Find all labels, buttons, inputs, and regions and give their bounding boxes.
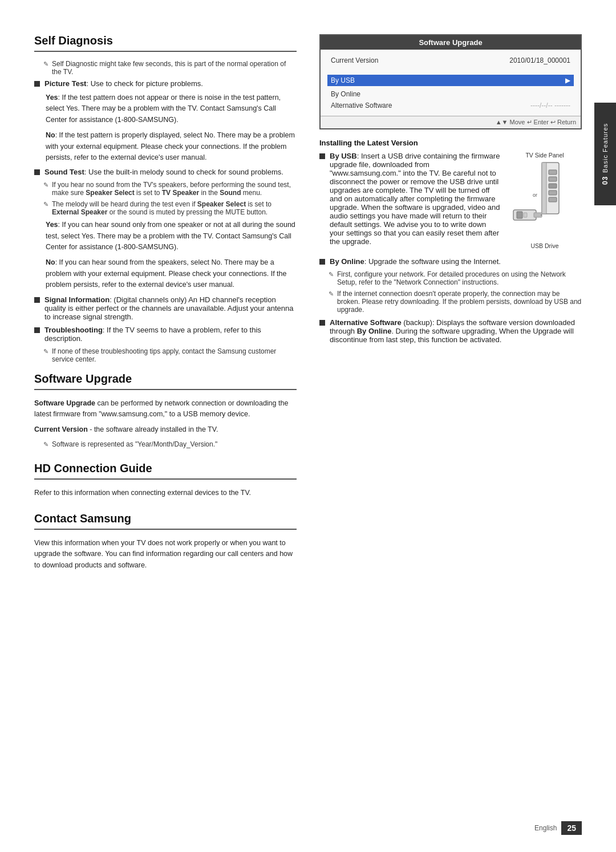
software-upgrade-box: Software Upgrade Current Version 2010/01… bbox=[319, 34, 582, 129]
svg-rect-1 bbox=[542, 163, 546, 214]
online-sub1: ✎ First, configure your network. For det… bbox=[329, 270, 582, 286]
sound-sub2: ✎ The melody will be heard during the te… bbox=[43, 200, 297, 216]
by-online-bullet: By Online: Upgrade the software using th… bbox=[319, 257, 582, 266]
sw-current-version-row: Current Version 2010/01/18_000001 bbox=[327, 54, 574, 67]
online-sub2: ✎ If the internet connection doesn't ope… bbox=[329, 290, 582, 314]
software-upgrade-left: Software Upgrade Software Upgrade can be… bbox=[34, 372, 297, 448]
software-upgrade-intro: Software Upgrade can be performed by net… bbox=[34, 398, 297, 420]
troubleshooting-item: Troubleshooting: If the TV seems to have… bbox=[34, 326, 297, 343]
svg-rect-6 bbox=[549, 197, 557, 202]
sw-box-body: Current Version 2010/01/18_000001 By USB… bbox=[321, 50, 581, 116]
picture-test-no: No: If the test pattern is properly disp… bbox=[46, 130, 297, 163]
bullet-square-trouble bbox=[34, 327, 40, 333]
pencil-icon-sound2: ✎ bbox=[43, 201, 48, 216]
sw-alt-software-row[interactable]: Alternative Software ----/--/-- ------- bbox=[327, 100, 574, 111]
contact-samsung-section: Contact Samsung View this information wh… bbox=[34, 512, 297, 571]
bullet-square-alt bbox=[319, 320, 325, 326]
sound-sub1-text: If you hear no sound from the TV's speak… bbox=[52, 181, 297, 197]
svg-rect-4 bbox=[549, 184, 557, 188]
svg-rect-3 bbox=[549, 177, 557, 181]
by-online-text: By Online: Upgrade the software using th… bbox=[330, 257, 582, 266]
picture-test-text: Picture Test: Use to check for picture p… bbox=[44, 79, 297, 88]
sw-current-key: Current Version bbox=[331, 56, 378, 64]
left-column: Self Diagnosis ✎ Self Diagnostic might t… bbox=[34, 34, 297, 575]
software-upgrade-title-left: Software Upgrade bbox=[34, 372, 297, 390]
sound-test-no: No: If you can hear sound from the speak… bbox=[46, 257, 297, 290]
sw-by-online-row[interactable]: By Online bbox=[327, 88, 574, 100]
page-container: 03 Basic Features Self Diagnosis ✎ Self … bbox=[0, 0, 616, 852]
sw-current-value: 2010/01/18_000001 bbox=[509, 56, 570, 64]
sound-sub1: ✎ If you hear no sound from the TV's spe… bbox=[43, 181, 297, 197]
chapter-label: Basic Features bbox=[602, 123, 609, 173]
picture-test-yes: Yes: If the test pattern does not appear… bbox=[46, 92, 297, 125]
by-usb-bullet: By USB: Insert a USB drive containing th… bbox=[319, 152, 502, 246]
svg-rect-11 bbox=[524, 213, 527, 217]
pencil-icon-trouble: ✎ bbox=[43, 348, 48, 363]
installing-title: Installing the Latest Version bbox=[319, 139, 582, 147]
self-diagnosis-section: Self Diagnosis ✎ Self Diagnostic might t… bbox=[34, 34, 297, 363]
page-footer: English 25 bbox=[534, 821, 582, 835]
sound-sub2-text: The melody will be heard during the test… bbox=[52, 200, 297, 216]
by-usb-section: TV Side Panel bbox=[319, 152, 582, 253]
sound-test-text: Sound Test: Use the built-in melody soun… bbox=[44, 168, 297, 176]
sw-alt-software-label: Alternative Software bbox=[331, 102, 392, 109]
pencil-icon-online1: ✎ bbox=[329, 271, 334, 286]
sw-alt-software-value: ----/--/-- ------- bbox=[530, 102, 570, 109]
tv-side-panel-label: TV Side Panel bbox=[508, 152, 582, 159]
software-note-text: Software is represented as "Year/Month/D… bbox=[52, 440, 297, 448]
by-usb-text: By USB: Insert a USB drive containing th… bbox=[330, 152, 502, 246]
chapter-number: 03 bbox=[601, 176, 609, 185]
bullet-square-online bbox=[319, 259, 325, 265]
bullet-square-signal bbox=[34, 297, 40, 303]
tv-panel-svg: or bbox=[508, 160, 576, 240]
bullet-square-usb bbox=[319, 153, 325, 159]
bullet-square-sound bbox=[34, 169, 40, 175]
svg-rect-9 bbox=[534, 213, 542, 217]
current-version-note: Current Version - the software already i… bbox=[34, 424, 297, 435]
svg-text:or: or bbox=[533, 192, 537, 198]
online-sub2-text: If the internet connection doesn't opera… bbox=[337, 290, 582, 314]
pencil-icon-online2: ✎ bbox=[329, 290, 334, 314]
picture-test-item: Picture Test: Use to check for picture p… bbox=[34, 79, 297, 88]
self-diagnosis-title: Self Diagnosis bbox=[34, 34, 297, 52]
picture-test-label: Picture Test: Use to check for picture p… bbox=[44, 79, 203, 88]
pencil-icon-intro: ✎ bbox=[43, 60, 48, 76]
bullet-square-picture bbox=[34, 81, 40, 87]
hd-connection-text: Refer to this information when connectin… bbox=[34, 488, 297, 498]
page-number: 25 bbox=[561, 821, 582, 835]
svg-rect-5 bbox=[549, 190, 557, 195]
right-column: Software Upgrade Current Version 2010/01… bbox=[319, 34, 582, 575]
self-diagnosis-intro-item: ✎ Self Diagnostic might take few seconds… bbox=[43, 60, 297, 76]
svg-rect-2 bbox=[549, 170, 557, 175]
sw-by-usb-arrow: ▶ bbox=[565, 76, 570, 84]
pencil-icon-sound1: ✎ bbox=[43, 181, 48, 197]
sw-by-usb-row[interactable]: By USB ▶ bbox=[327, 75, 574, 86]
svg-rect-10 bbox=[517, 212, 522, 218]
contact-samsung-title: Contact Samsung bbox=[34, 512, 297, 530]
sw-box-header: Software Upgrade bbox=[321, 35, 581, 50]
sound-test-yes: Yes: If you can hear sound only from one… bbox=[46, 220, 297, 253]
pencil-icon-sw: ✎ bbox=[43, 441, 48, 448]
online-sub1-text: First, configure your network. For detai… bbox=[337, 270, 582, 286]
content-area: Self Diagnosis ✎ Self Diagnostic might t… bbox=[34, 34, 582, 818]
software-note-item: ✎ Software is represented as "Year/Month… bbox=[43, 440, 297, 448]
page-language: English bbox=[534, 824, 557, 832]
installing-section: Installing the Latest Version TV Side Pa… bbox=[319, 139, 582, 344]
alt-software-bullet: Alternative Software (backup): Displays … bbox=[319, 318, 582, 344]
two-column-layout: Self Diagnosis ✎ Self Diagnostic might t… bbox=[34, 34, 582, 575]
signal-info-text: Signal Information: (Digital channels on… bbox=[44, 295, 297, 321]
sw-box-footer: ▲▼ Move ↵ Enter ↩ Return bbox=[321, 116, 581, 128]
trouble-sub1-text: If none of these troubleshooting tips ap… bbox=[52, 347, 297, 363]
usb-drive-label: USB Drive bbox=[508, 242, 582, 249]
sw-by-online-label: By Online bbox=[331, 90, 360, 98]
alt-software-text: Alternative Software (backup): Displays … bbox=[330, 318, 582, 344]
hd-connection-section: HD Connection Guide Refer to this inform… bbox=[34, 462, 297, 498]
sound-test-item: Sound Test: Use the built-in melody soun… bbox=[34, 168, 297, 176]
troubleshooting-text: Troubleshooting: If the TV seems to have… bbox=[44, 326, 297, 343]
self-diagnosis-intro-text: Self Diagnostic might take few seconds, … bbox=[52, 60, 297, 76]
tv-diagram-area: TV Side Panel bbox=[508, 152, 582, 249]
chapter-tab: 03 Basic Features bbox=[594, 103, 616, 205]
signal-info-item: Signal Information: (Digital channels on… bbox=[34, 295, 297, 321]
contact-samsung-text: View this information when your TV does … bbox=[34, 538, 297, 571]
trouble-sub1: ✎ If none of these troubleshooting tips … bbox=[43, 347, 297, 363]
